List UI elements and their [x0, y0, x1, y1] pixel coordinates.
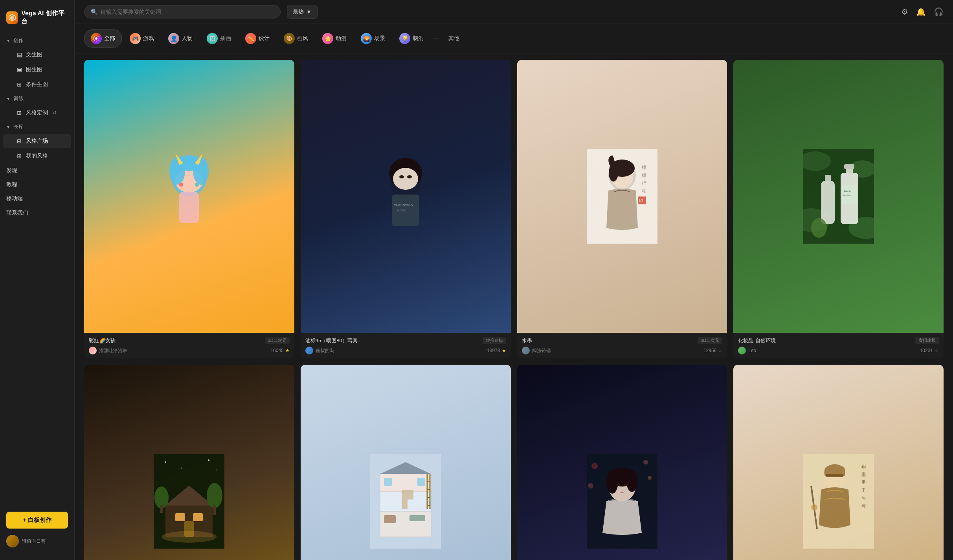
card-tag-3: 3D二次元 — [698, 337, 722, 344]
card-warrior[interactable]: 銅 墨 重 千 勻 与 — [733, 365, 944, 560]
sidebar-item-text-to-image[interactable]: ▤ 文生图 — [3, 48, 71, 62]
card-grid-area: ⋯ 彩虹🌈女孩 3D二次元 溜溜哇洽洽咻 16045 ★ — [75, 53, 953, 560]
star-icon-2: ★ — [502, 348, 506, 353]
card-rainbow-girl[interactable]: ⋯ 彩虹🌈女孩 3D二次元 溜溜哇洽洽咻 16045 ★ — [84, 60, 294, 358]
svg-point-80 — [643, 460, 648, 465]
my-style-icon: ⊞ — [16, 153, 23, 159]
section-warehouse[interactable]: ▼ 仓库 — [0, 120, 74, 134]
svg-marker-1 — [10, 16, 14, 20]
sidebar-item-style-plaza[interactable]: ⊟ 风格广场 — [3, 134, 71, 148]
card-likes[interactable]: 16045 ★ — [270, 348, 289, 353]
notification-icon[interactable]: 🔔 — [916, 7, 926, 17]
card-likes-4[interactable]: 10231 ☆ — [920, 348, 939, 353]
conditional-image-icon: ⊞ — [16, 81, 23, 88]
svg-point-51 — [216, 470, 217, 470]
sidebar-item-my-style[interactable]: ⊞ 我的风格 — [3, 149, 71, 163]
likes-count-2: 13973 — [487, 348, 500, 353]
search-box[interactable]: 🔍 — [84, 5, 281, 18]
sidebar-item-tutorial[interactable]: 教程 — [0, 178, 74, 192]
arrow-icon: ▼ — [6, 39, 10, 43]
card-miniature[interactable]: ⋯ 微缩室内场景 虚拟建模 琥珀 9463 ☆ — [301, 365, 511, 560]
svg-text:Organic: Organic — [844, 190, 851, 192]
star-icon-3: ☆ — [718, 348, 722, 353]
tab-all-icon — [91, 33, 102, 44]
sort-dropdown[interactable]: 最热 ▼ — [287, 5, 318, 19]
likes-count-3: 12956 — [703, 348, 716, 353]
more-icon: ··· — [432, 35, 441, 43]
logo-icon — [6, 11, 18, 24]
tab-person-label: 人物 — [182, 35, 193, 42]
section-create[interactable]: ▼ 创作 — [0, 34, 74, 47]
settings-icon[interactable]: ⚙ — [901, 7, 908, 17]
tab-illustration[interactable]: 🖼 插画 — [200, 30, 237, 47]
svg-point-85 — [606, 470, 618, 494]
svg-text:印: 印 — [639, 198, 643, 203]
user-profile[interactable]: 谁值向日葵 — [6, 532, 68, 551]
svg-point-86 — [626, 470, 637, 492]
card-info-2: 油标95（喂图80）写真... 虚拟建模 酱叔的岛 13973 ★ — [301, 333, 511, 358]
svg-text:勻: 勻 — [861, 496, 866, 500]
card-info: 彩虹🌈女孩 3D二次元 溜溜哇洽洽咻 16045 ★ — [84, 333, 294, 358]
tab-all-label: 全部 — [104, 35, 115, 42]
train-arrow-icon: ▼ — [6, 97, 10, 101]
whiteboard-create-button[interactable]: + 白板创作 — [6, 512, 68, 529]
card-oil-portrait[interactable]: CHEUDTIMO IKIXOM ⋯ 油标95（喂图80）写真... 虚拟建模 — [301, 60, 511, 358]
sidebar-item-style-customize[interactable]: ⊞ 风格定制 ↺ — [3, 106, 71, 120]
svg-point-58 — [154, 487, 169, 509]
svg-point-60 — [207, 483, 222, 508]
card-image-8: 銅 墨 重 千 勻 与 — [733, 365, 944, 560]
tab-illustration-avatar: 🖼 — [207, 33, 218, 44]
card-likes-3[interactable]: 12956 ☆ — [703, 348, 722, 353]
user-avatar — [89, 347, 97, 354]
svg-rect-55 — [175, 513, 185, 521]
style-customize-icon: ⊞ — [16, 110, 23, 116]
card-ink-painting[interactable]: 棣 棣 行 柏 印 ⋯ 水墨 3D二次元 — [517, 60, 727, 358]
card-image — [84, 60, 294, 333]
tab-person[interactable]: 👤 人物 — [162, 30, 199, 47]
card-game-architecture[interactable]: ⋯ 游戏建筑资产 虚拟建模 指间沙 9765 ☆ — [84, 365, 294, 560]
card-beauty-photo[interactable]: ⋯ ⭐女神写真 写真 执笔倾生画浮尘 9012 ☆ — [517, 365, 727, 560]
svg-text:千: 千 — [861, 488, 866, 492]
tab-design-label: 设计 — [259, 35, 270, 42]
likes-count-4: 10231 — [920, 348, 933, 353]
tab-anime-avatar: ⭐ — [322, 33, 333, 44]
card-tag-2: 虚拟建模 — [483, 337, 506, 344]
sidebar-item-conditional-image[interactable]: ⊞ 条件生图 — [3, 77, 71, 92]
tab-more[interactable]: 其他 — [442, 32, 466, 45]
tab-all[interactable]: 全部 — [84, 29, 122, 48]
card-tag-4: 虚拟建模 — [915, 337, 939, 344]
card-username-2: 酱叔的岛 — [316, 347, 485, 354]
svg-text:棣: 棣 — [642, 165, 646, 170]
headphone-icon[interactable]: 🎧 — [934, 7, 944, 17]
sidebar-item-mobile[interactable]: 移动端 — [0, 192, 74, 206]
svg-text:Natural Care: Natural Care — [843, 194, 852, 196]
section-train[interactable]: ▼ 训练 — [0, 92, 74, 105]
tab-design[interactable]: ✏️ 设计 — [239, 30, 276, 47]
svg-text:墨: 墨 — [861, 472, 866, 477]
svg-rect-45 — [825, 175, 831, 184]
search-icon: 🔍 — [91, 9, 97, 15]
dropdown-arrow-icon: ▼ — [306, 9, 312, 15]
card-skincare[interactable]: Organic Natural Care ⋯ 化妆品-自然环境 — [733, 60, 944, 358]
card-likes-2[interactable]: 13973 ★ — [487, 348, 506, 353]
tab-game[interactable]: 🎮 游戏 — [123, 30, 160, 47]
card-tag: 3D二次元 — [265, 337, 290, 344]
card-title-2: 油标95（喂图80）写真... — [305, 337, 481, 344]
tab-illustration-label: 插画 — [220, 35, 231, 42]
style-plaza-icon: ⊟ — [16, 138, 23, 144]
tab-scene[interactable]: 🌄 场景 — [354, 30, 391, 47]
svg-rect-59 — [160, 505, 163, 513]
topbar-icons: ⚙ 🔔 🎧 — [901, 7, 944, 17]
tab-anime[interactable]: ⭐ 动漫 — [316, 30, 353, 47]
tab-painting-style[interactable]: 🎨 画风 — [277, 30, 314, 47]
svg-point-79 — [591, 463, 598, 469]
logo[interactable]: Vega AI 创作平台 — [0, 6, 74, 34]
tab-brain[interactable]: 💡 脑洞 — [393, 30, 430, 47]
tab-scene-label: 场景 — [374, 35, 385, 42]
svg-point-16 — [393, 168, 418, 190]
card-image-7 — [517, 365, 727, 560]
search-input[interactable] — [101, 9, 274, 15]
sidebar-item-contact[interactable]: 联系我们 — [0, 206, 74, 220]
sidebar-item-discover[interactable]: 发现 — [0, 163, 74, 178]
sidebar-item-image-to-image[interactable]: ▣ 图生图 — [3, 62, 71, 77]
